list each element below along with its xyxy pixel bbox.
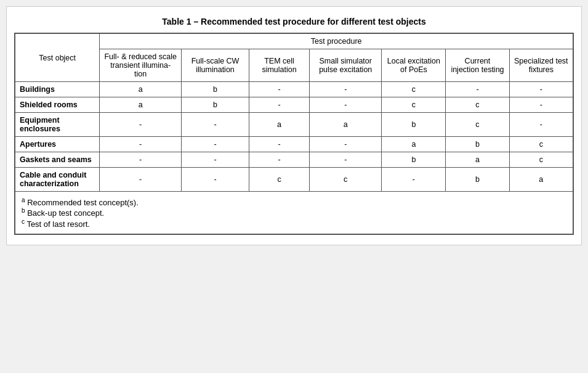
col3-header: TEM cell simulation	[249, 49, 310, 82]
row-5-col1: -	[100, 168, 182, 192]
row-1-col5: c	[382, 97, 446, 113]
row-3-col7: c	[509, 137, 573, 152]
row-5-col4: c	[309, 168, 382, 192]
row-3-col5: a	[382, 137, 446, 152]
row-0-col3: -	[249, 82, 310, 97]
test-object-cell-5: Cable and conduit characterization	[15, 168, 100, 192]
row-1-col1: a	[100, 97, 182, 113]
col1-header: Full- & reduced scale transient illumina…	[100, 49, 182, 82]
footnotes-box: a Recommended test concept(s).b Back-up …	[15, 192, 573, 234]
test-object-cell-4: Gaskets and seams	[15, 152, 100, 168]
row-2-col2: -	[181, 113, 249, 137]
main-table: Test object Test procedure Full- & reduc…	[15, 33, 573, 192]
row-1-col4: -	[309, 97, 382, 113]
row-4-col2: -	[181, 152, 249, 168]
test-object-cell-2: Equipment enclosures	[15, 113, 100, 137]
footnote-a: a Recommended test concept(s).	[22, 197, 566, 207]
row-4-col1: -	[100, 152, 182, 168]
row-4-col7: c	[509, 152, 573, 168]
test-object-header: Test object	[15, 34, 100, 82]
row-1-col2: b	[181, 97, 249, 113]
row-5-col2: -	[181, 168, 249, 192]
row-4-col5: b	[382, 152, 446, 168]
row-3-col3: -	[249, 137, 310, 152]
test-object-cell-0: Buildings	[15, 82, 100, 97]
table-title: Table 1 – Recommended test procedure for…	[14, 17, 574, 27]
row-2-col4: a	[309, 113, 382, 137]
row-3-col2: -	[181, 137, 249, 152]
row-5-col7: a	[509, 168, 573, 192]
test-object-cell-1: Shielded rooms	[15, 97, 100, 113]
page-container: Table 1 – Recommended test procedure for…	[6, 6, 582, 245]
row-0-col1: a	[100, 82, 182, 97]
row-2-col1: -	[100, 113, 182, 137]
row-3-col4: -	[309, 137, 382, 152]
row-0-col4: -	[309, 82, 382, 97]
row-0-col2: b	[181, 82, 249, 97]
row-2-col7: -	[509, 113, 573, 137]
col2-header: Full-scale CW illumination	[181, 49, 249, 82]
row-4-col4: -	[309, 152, 382, 168]
row-5-col6: b	[446, 168, 509, 192]
col6-header: Current injection testing	[446, 49, 509, 82]
row-4-col3: -	[249, 152, 310, 168]
row-5-col5: -	[382, 168, 446, 192]
row-3-col6: b	[446, 137, 509, 152]
footnote-c: c Test of last resort.	[22, 218, 566, 229]
row-2-col3: a	[249, 113, 310, 137]
row-2-col6: c	[446, 113, 509, 137]
row-3-col1: -	[100, 137, 182, 152]
col4-header: Small simulator pulse excitation	[309, 49, 382, 82]
test-object-cell-3: Apertures	[15, 137, 100, 152]
test-procedure-header: Test procedure	[100, 34, 573, 49]
row-0-col6: -	[446, 82, 509, 97]
col7-header: Specialized test fixtures	[509, 49, 573, 82]
row-1-col6: c	[446, 97, 509, 113]
row-5-col3: c	[249, 168, 310, 192]
col5-header: Local excitation of PoEs	[382, 49, 446, 82]
row-2-col5: b	[382, 113, 446, 137]
row-1-col7: -	[509, 97, 573, 113]
footnote-b: b Back-up test concept.	[22, 207, 566, 218]
row-0-col7: -	[509, 82, 573, 97]
table-wrapper: Test object Test procedure Full- & reduc…	[14, 33, 574, 235]
row-0-col5: c	[382, 82, 446, 97]
row-4-col6: a	[446, 152, 509, 168]
row-1-col3: -	[249, 97, 310, 113]
